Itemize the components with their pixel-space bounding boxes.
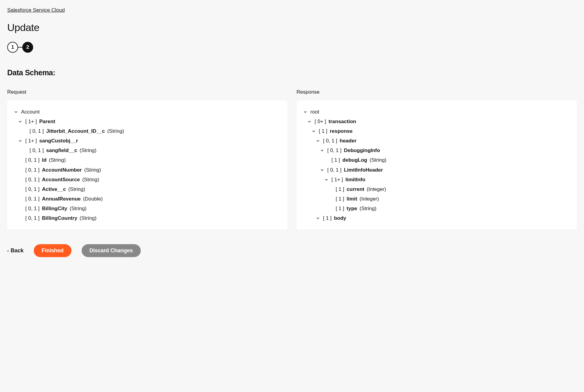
node-name: limit bbox=[347, 196, 357, 202]
chevron-down-icon[interactable] bbox=[315, 138, 321, 144]
node-name: Jitterbit_Account_ID__c bbox=[46, 128, 105, 135]
chevron-down-icon[interactable] bbox=[319, 167, 325, 173]
chevron-down-icon[interactable] bbox=[17, 138, 23, 144]
tree-node-sangfield[interactable]: [ 0, 1 ] sangfield__c (String) bbox=[22, 146, 279, 155]
node-name: AccountSource bbox=[42, 176, 80, 183]
step-connector bbox=[18, 47, 22, 48]
chevron-down-icon[interactable] bbox=[307, 119, 312, 124]
breadcrumb-link[interactable]: Salesforce Service Cloud bbox=[7, 7, 65, 13]
node-name: response bbox=[330, 128, 353, 135]
request-label: Request bbox=[7, 89, 287, 95]
node-name: Parent bbox=[39, 118, 55, 125]
tree-node-body[interactable]: [ 1 ] body bbox=[315, 213, 568, 223]
tree-node-limit[interactable]: [ 1 ] limit (Integer) bbox=[328, 194, 568, 204]
tree-node-root[interactable]: root bbox=[303, 107, 568, 117]
node-name: current bbox=[347, 186, 364, 193]
tree-node-billingcountry[interactable]: [ 0, 1 ] BillingCountry (String) bbox=[17, 213, 279, 223]
node-cardinality: [ 0, 1 ] bbox=[25, 176, 39, 183]
chevron-down-icon[interactable] bbox=[324, 177, 329, 182]
node-type: (Integer) bbox=[367, 186, 386, 193]
tree-node-annualrevenue[interactable]: [ 0, 1 ] AnnualRevenue (Double) bbox=[17, 194, 279, 204]
node-name: AccountNumber bbox=[42, 167, 82, 173]
node-cardinality: [ 0, 1 ] bbox=[30, 147, 44, 154]
tree-node-jitterbit[interactable]: [ 0, 1 ] Jitterbit_Account_ID__c (String… bbox=[22, 126, 279, 136]
node-name: AnnualRevenue bbox=[42, 196, 80, 202]
response-label: Response bbox=[297, 89, 577, 95]
tree-node-debugginginfo[interactable]: [ 0, 1 ] DebuggingInfo bbox=[319, 146, 568, 155]
tree-node-accountnumber[interactable]: [ 0, 1 ] AccountNumber (String) bbox=[17, 165, 279, 175]
node-cardinality: [ 0, 1 ] bbox=[327, 167, 341, 173]
node-cardinality: [ 0, 1 ] bbox=[25, 157, 39, 163]
node-type: (String) bbox=[82, 176, 99, 183]
chevron-down-icon[interactable] bbox=[319, 148, 325, 153]
node-cardinality: [ 1+ ] bbox=[331, 176, 343, 183]
node-cardinality: [ 0+ ] bbox=[315, 118, 326, 125]
node-name: header bbox=[340, 138, 356, 144]
node-cardinality: [ 0, 1 ] bbox=[25, 215, 39, 222]
node-cardinality: [ 0, 1 ] bbox=[25, 205, 39, 212]
tree-node-transaction[interactable]: [ 0+ ] transaction bbox=[307, 117, 568, 126]
node-cardinality: [ 1 ] bbox=[323, 215, 331, 222]
node-type: (Integer) bbox=[360, 196, 379, 202]
chevron-down-icon[interactable] bbox=[17, 119, 23, 124]
node-cardinality: [ 0, 1 ] bbox=[25, 196, 39, 202]
node-type: (String) bbox=[370, 157, 387, 163]
chevron-down-icon[interactable] bbox=[13, 109, 19, 115]
tree-node-parent[interactable]: [ 1+ ] Parent bbox=[17, 117, 279, 126]
tree-node-header[interactable]: [ 0, 1 ] header bbox=[315, 136, 568, 146]
node-type: (String) bbox=[49, 157, 66, 163]
node-cardinality: [ 0, 1 ] bbox=[323, 138, 337, 144]
back-label: Back bbox=[11, 247, 24, 254]
node-name: DebuggingInfo bbox=[344, 147, 380, 154]
tree-node-response[interactable]: [ 1 ] response bbox=[311, 126, 568, 136]
step-2[interactable]: 2 bbox=[22, 42, 33, 53]
node-name: BillingCountry bbox=[42, 215, 77, 222]
node-type: (String) bbox=[70, 205, 86, 212]
node-type: (String) bbox=[80, 147, 96, 154]
node-name: Active__c bbox=[42, 186, 66, 193]
node-cardinality: [ 1+ ] bbox=[25, 118, 37, 125]
tree-node-active[interactable]: [ 0, 1 ] Active__c (String) bbox=[17, 185, 279, 194]
tree-node-sangcustobj[interactable]: [ 1+ ] sangCustobj__r bbox=[17, 136, 279, 146]
chevron-down-icon[interactable] bbox=[311, 129, 316, 134]
page-title: Update bbox=[7, 22, 577, 33]
node-type: (String) bbox=[80, 215, 96, 222]
chevron-left-icon: ‹ bbox=[7, 248, 9, 254]
node-cardinality: [ 0, 1 ] bbox=[25, 186, 39, 193]
node-name: sangfield__c bbox=[46, 147, 77, 154]
step-1[interactable]: 1 bbox=[7, 42, 18, 53]
node-label: root bbox=[310, 109, 319, 115]
tree-node-limitinfo[interactable]: [ 1+ ] limitInfo bbox=[324, 175, 568, 185]
tree-node-type[interactable]: [ 1 ] type (String) bbox=[328, 204, 568, 213]
back-button[interactable]: ‹ Back bbox=[7, 247, 24, 254]
tree-node-account[interactable]: Account bbox=[13, 107, 279, 117]
node-type: (Double) bbox=[83, 196, 103, 202]
node-name: Id bbox=[42, 157, 46, 163]
tree-node-accountsource[interactable]: [ 0, 1 ] AccountSource (String) bbox=[17, 175, 279, 185]
tree-node-billingcity[interactable]: [ 0, 1 ] BillingCity (String) bbox=[17, 204, 279, 213]
node-label: Account bbox=[21, 109, 39, 115]
node-type: (String) bbox=[107, 128, 124, 135]
node-name: body bbox=[334, 215, 346, 222]
chevron-down-icon[interactable] bbox=[315, 216, 321, 221]
stepper: 1 2 bbox=[7, 42, 577, 53]
tree-node-debuglog[interactable]: [ 1 ] debugLog (String) bbox=[324, 155, 568, 165]
finished-button[interactable]: Finished bbox=[34, 244, 71, 257]
chevron-down-icon[interactable] bbox=[303, 109, 308, 115]
node-cardinality: [ 1 ] bbox=[336, 196, 344, 202]
tree-node-id[interactable]: [ 0, 1 ] Id (String) bbox=[17, 155, 279, 165]
node-name: limitInfo bbox=[345, 176, 365, 183]
discard-changes-button[interactable]: Discard Changes bbox=[82, 244, 141, 257]
node-name: transaction bbox=[328, 118, 356, 125]
response-panel: root [ 0+ ] transaction bbox=[297, 101, 577, 230]
node-cardinality: [ 1 ] bbox=[336, 186, 344, 193]
node-cardinality: [ 1+ ] bbox=[25, 138, 37, 144]
node-name: sangCustobj__r bbox=[39, 138, 78, 144]
tree-node-limitinfoheader[interactable]: [ 0, 1 ] LimitInfoHeader bbox=[319, 165, 568, 175]
request-panel: Account [ 1+ ] Parent bbox=[7, 101, 287, 230]
node-cardinality: [ 1 ] bbox=[319, 128, 327, 135]
node-type: (String) bbox=[360, 205, 376, 212]
node-cardinality: [ 0, 1 ] bbox=[30, 128, 44, 135]
node-name: BillingCity bbox=[42, 205, 67, 212]
tree-node-current[interactable]: [ 1 ] current (Integer) bbox=[328, 185, 568, 194]
